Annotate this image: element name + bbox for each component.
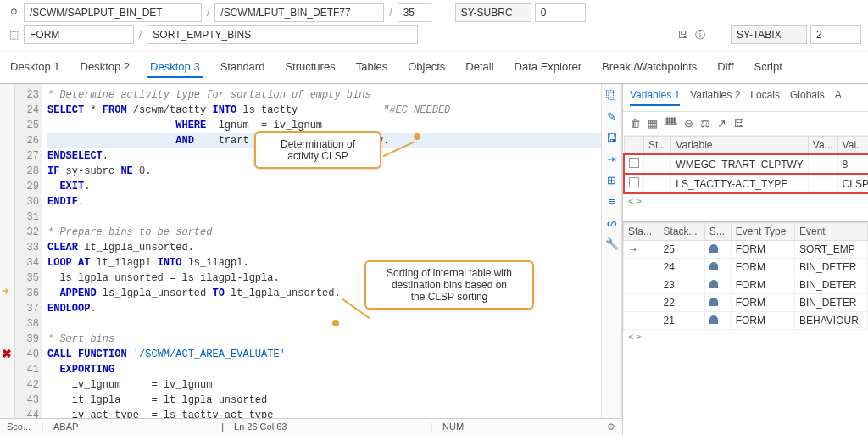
status-lang: ABAP	[53, 421, 78, 432]
scroll-indicator[interactable]: < >	[623, 330, 868, 343]
checkbox[interactable]	[629, 177, 639, 187]
tab-more[interactable]: A	[835, 89, 842, 106]
tree-icon[interactable]: ᚙ	[665, 117, 677, 130]
tool-icon[interactable]: 🖫	[606, 131, 617, 144]
callstack-table: Sta... Stack... S... Event Type Event →2…	[623, 222, 868, 330]
tab-dataexplorer[interactable]: Data Explorer	[511, 57, 585, 78]
current-line-marker: ➔	[2, 286, 8, 295]
tab-variables1[interactable]: Variables 1	[630, 89, 680, 106]
tool-icon[interactable]: ⊞	[607, 174, 616, 187]
subrc-label: SY-SUBRC	[455, 3, 531, 22]
tool-icon[interactable]: 🔧	[605, 237, 619, 250]
separator: /	[387, 7, 393, 19]
code-editor: ➔ ✖ 232425262728293031323334353637383940…	[0, 84, 622, 435]
line-number-gutter: 2324252627282930313233343536373839404142…	[15, 84, 42, 435]
status-position: Ln 26 Col 63	[234, 421, 287, 432]
include-field[interactable]: /SCWM/LPUT_BIN_DETF77	[214, 3, 384, 22]
tabix-value: 2	[810, 25, 861, 44]
col-value[interactable]: Val.	[837, 137, 868, 155]
tab-globals[interactable]: Globals	[790, 89, 825, 106]
minus-icon[interactable]: ⊖	[684, 117, 693, 130]
annotation-callout-2: Sorting of internal table with destinati…	[364, 260, 534, 310]
subrc-value: 0	[535, 3, 586, 22]
settings-icon[interactable]: ⚙	[607, 421, 615, 432]
tool-icon[interactable]: ≡	[609, 195, 615, 208]
program-field[interactable]: /SCWM/SAPLPUT_BIN_DET	[24, 3, 202, 22]
col-sta[interactable]: Sta...	[624, 223, 659, 241]
form-label-field[interactable]: FORM	[24, 25, 134, 44]
main-tabstrip: Desktop 1 Desktop 2 Desktop 3 Standard S…	[0, 52, 868, 84]
separator: /	[205, 7, 211, 19]
stack-row[interactable]: 22FORMBIN_DETER	[624, 294, 868, 312]
col-event[interactable]: Event	[795, 223, 868, 241]
debugger-header: ⚲ /SCWM/SAPLPUT_BIN_DET / /SCWM/LPUT_BIN…	[0, 0, 868, 52]
tool-icon[interactable]: ⇥	[607, 153, 616, 165]
col-s[interactable]: S...	[704, 223, 731, 241]
callout-dot	[414, 133, 420, 140]
variables-tabs: Variables 1 Variables 2 Locals Globals A	[623, 84, 868, 112]
tab-locals[interactable]: Locals	[750, 89, 780, 106]
editor-toolbar: ⿻ ✎ 🖫 ⇥ ⊞ ≡ ᔕ 🔧	[601, 84, 621, 435]
breakpoint-icon[interactable]: ✖	[2, 347, 12, 360]
col-variable[interactable]: Variable	[671, 137, 808, 155]
save-icon[interactable]: 🖫	[676, 29, 690, 41]
status-bar: Sco... | ABAP | Ln 26 Col 63 | NUM ⚙	[0, 418, 622, 435]
grid-icon[interactable]: ▦	[648, 117, 658, 130]
status-scope: Sco...	[7, 421, 31, 432]
tab-standard[interactable]: Standard	[217, 57, 269, 78]
variable-row[interactable]: WMEGC_TRART_CLPTWY 8	[624, 154, 868, 174]
col-vatype[interactable]: Va...	[808, 137, 837, 155]
tabix-label: SY-TABIX	[731, 25, 807, 44]
variables-table: St... Variable Va... Val. WMEGC_TRART_CL…	[623, 136, 868, 194]
share-icon[interactable]: ↗	[717, 117, 726, 130]
variables-panel: Variables 1 Variables 2 Locals Globals A…	[622, 84, 868, 435]
variables-toolbar: 🗑 ▦ ᚙ ⊖ ⚖ ↗ 🖫	[623, 112, 868, 136]
stack-row[interactable]: 24FORMBIN_DETER	[624, 259, 868, 276]
callstack-panel: Sta... Stack... S... Event Type Event →2…	[623, 221, 868, 435]
tab-watchpoints[interactable]: Break./Watchpoints	[598, 57, 700, 78]
status-num: NUM	[442, 421, 464, 432]
tab-detail[interactable]: Detail	[462, 57, 497, 78]
tab-desktop3[interactable]: Desktop 3	[147, 57, 203, 78]
tab-desktop1[interactable]: Desktop 1	[7, 57, 64, 78]
stack-row[interactable]: →25FORMSORT_EMP	[624, 241, 868, 259]
tool-icon[interactable]: ᔕ	[607, 216, 617, 229]
callout-dot	[332, 320, 339, 326]
variable-row[interactable]: LS_TACTTY-ACT_TYPE CLSP	[624, 174, 868, 193]
line-field[interactable]: 35	[398, 3, 431, 22]
tab-structures[interactable]: Structures	[281, 57, 338, 78]
checkbox[interactable]	[629, 158, 639, 168]
tool-icon[interactable]: ⿻	[606, 89, 617, 102]
main-split: ➔ ✖ 232425262728293031323334353637383940…	[0, 84, 868, 435]
scroll-indicator[interactable]: < >	[623, 194, 868, 208]
compare-icon[interactable]: ⚖	[700, 117, 710, 130]
save-icon[interactable]: 🖫	[733, 117, 744, 130]
delete-icon[interactable]: 🗑	[630, 117, 641, 130]
col-status[interactable]: St...	[644, 137, 671, 155]
annotation-callout-1: Determination of activity CLSP	[254, 131, 381, 169]
tab-variables2[interactable]: Variables 2	[690, 89, 740, 106]
marker-gutter: ➔ ✖	[0, 84, 15, 435]
user-icon: ⚲	[7, 7, 20, 19]
tab-diff[interactable]: Diff	[714, 57, 737, 78]
tool-icon[interactable]: ✎	[607, 110, 616, 123]
stack-row[interactable]: 23FORMBIN_DETER	[624, 276, 868, 294]
tab-objects[interactable]: Objects	[404, 57, 448, 78]
tab-desktop2[interactable]: Desktop 2	[77, 57, 134, 78]
routine-field[interactable]: SORT_EMPTY_BINS	[147, 25, 418, 44]
cube-icon: ⬚	[7, 29, 20, 41]
stack-row[interactable]: 21FORMBEHAVIOUR	[624, 312, 868, 330]
tab-tables[interactable]: Tables	[353, 57, 392, 78]
col-stack[interactable]: Stack...	[659, 223, 704, 241]
col-eventtype[interactable]: Event Type	[731, 223, 794, 241]
separator: /	[137, 29, 143, 41]
info-icon[interactable]: ⓘ	[693, 28, 707, 42]
tab-script[interactable]: Script	[751, 57, 786, 78]
